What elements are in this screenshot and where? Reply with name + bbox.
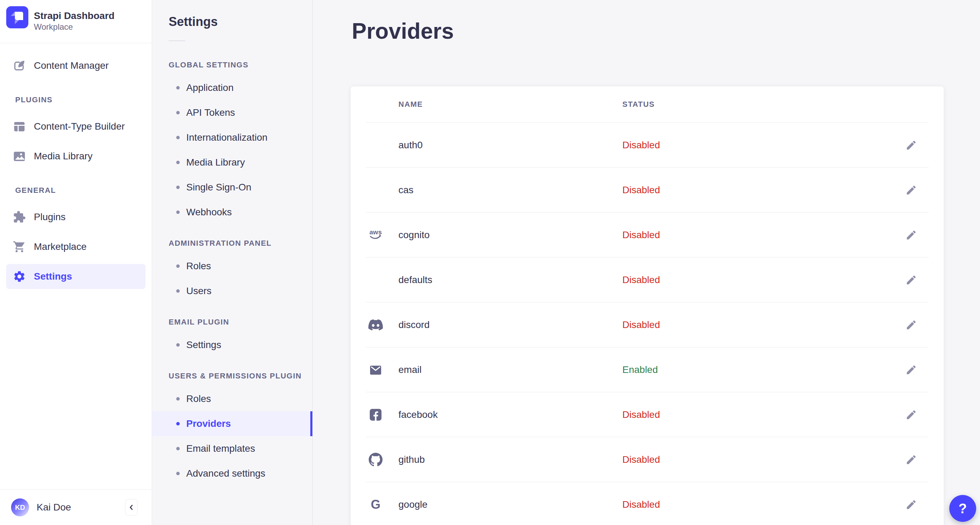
edit-provider-button[interactable] [901,180,921,200]
sidebar-item-content-manager[interactable]: Content Manager [6,53,145,78]
table-row-auth0: auth0 Disabled [366,123,929,167]
bullet-dot [176,472,180,475]
subnav-item-advanced-settings[interactable]: Advanced settings [152,461,312,486]
main-sidebar: Strapi Dashboard Workplace Content Manag… [0,0,152,525]
page-title: Providers [352,18,980,44]
github-icon [366,453,385,466]
discord-icon [366,319,385,331]
subnav-item-providers[interactable]: Providers [152,411,312,436]
subnav-item-label: Email templates [186,443,255,454]
subnav-item-email-settings[interactable]: Settings [152,332,312,357]
workspace-name: Workplace [34,22,115,32]
pencil-icon [905,139,917,151]
sidebar-item-media-library[interactable]: Media Library [6,144,145,169]
status-badge: Disabled [622,319,881,331]
table-header: NAME STATUS [366,86,929,123]
subnav-item-label: Users [186,285,212,296]
user-row: KD Kai Doe [0,489,152,525]
subnav-item-api-tokens[interactable]: API Tokens [152,100,312,125]
sidebar-item-label: Media Library [34,151,92,162]
sidebar-item-marketplace[interactable]: Marketplace [6,234,145,259]
pencil-icon [905,364,917,376]
app-root: Strapi Dashboard Workplace Content Manag… [0,0,980,525]
user-name: Kai Doe [37,502,71,513]
subnav-item-up-roles[interactable]: Roles [152,387,312,411]
subnav-item-label: Internationalization [186,132,267,143]
app-title: Strapi Dashboard [34,10,115,22]
pencil-icon [905,274,917,286]
provider-name: github [398,454,609,465]
subnav-item-media-library[interactable]: Media Library [152,150,312,175]
subnav-item-internationalization[interactable]: Internationalization [152,125,312,150]
sidebar-item-label: Marketplace [34,241,87,252]
bullet-dot [176,422,180,425]
subnav-item-label: Settings [186,339,221,350]
sidebar-item-label: Content Manager [34,60,108,71]
edit-provider-button[interactable] [901,494,921,515]
table-row-defaults: defaults Disabled [366,257,929,302]
table-row-email: email Enabled [366,347,929,392]
status-badge: Disabled [622,409,881,420]
edit-provider-button[interactable] [901,360,921,380]
subnav-section-global-settings: GLOBAL SETTINGS [169,60,312,70]
subnav-item-admin-roles[interactable]: Roles [152,254,312,278]
content-manager-icon [13,59,26,73]
table-row-discord: discord Disabled [366,302,929,347]
status-badge: Disabled [622,499,881,510]
bullet-dot [176,186,180,189]
bullet-dot [176,111,180,115]
provider-name: cognito [398,229,609,240]
table-row-facebook: facebook Disabled [366,392,929,437]
main-nav: Content Manager PLUGINS Content-Type Bui… [0,43,152,289]
subnav-item-single-sign-on[interactable]: Single Sign-On [152,175,312,200]
strapi-logo-icon [6,6,28,28]
subnav-item-label: Application [186,82,234,93]
subnav-item-label: API Tokens [186,107,235,118]
subnav-item-label: Advanced settings [186,468,266,479]
bullet-dot [176,289,180,293]
table-row-cas: cas Disabled [366,167,929,212]
workspace-switcher[interactable]: Strapi Dashboard Workplace [0,0,152,43]
cart-icon [13,240,26,254]
bullet-dot [176,397,180,401]
subnav-title-divider [169,40,185,41]
provider-name: cas [398,185,609,196]
sidebar-item-content-type-builder[interactable]: Content-Type Builder [6,114,145,139]
subnav-item-label: Media Library [186,157,245,168]
sidebar-item-plugins[interactable]: Plugins [6,205,145,229]
bullet-dot [176,264,180,268]
main-content: Providers NAME STATUS auth0 Disabled c [313,0,980,525]
help-button[interactable]: ? [949,495,976,522]
envelope-icon [366,363,385,377]
bullet-dot [176,447,180,450]
facebook-icon [366,408,385,422]
avatar[interactable]: KD [11,498,29,516]
edit-provider-button[interactable] [901,315,921,335]
column-header-name: NAME [398,100,609,109]
subnav-item-email-templates[interactable]: Email templates [152,436,312,461]
brand-text: Strapi Dashboard Workplace [34,6,115,32]
provider-name: google [398,499,609,510]
bullet-dot [176,136,180,139]
collapse-sidebar-button[interactable] [125,499,138,515]
subnav-item-admin-users[interactable]: Users [152,278,312,304]
subnav-item-label: Providers [186,418,231,429]
subnav-item-webhooks[interactable]: Webhooks [152,200,312,225]
subnav-section-users-permissions-plugin: USERS & PERMISSIONS PLUGIN [169,372,312,380]
table-row-cognito: aws cognito Disabled [366,212,929,257]
providers-table-card: NAME STATUS auth0 Disabled cas Disabled [351,86,944,525]
column-header-status: STATUS [622,100,881,109]
content-type-builder-icon [13,119,26,134]
sidebar-item-label: Plugins [34,212,66,223]
sidebar-item-settings[interactable]: Settings [6,264,145,289]
subnav-item-application[interactable]: Application [152,75,312,100]
edit-provider-button[interactable] [901,270,921,290]
provider-name: facebook [398,409,609,420]
status-badge: Disabled [622,454,881,465]
edit-provider-button[interactable] [901,225,921,245]
subnav-title: Settings [169,14,312,29]
edit-provider-button[interactable] [901,404,921,425]
bullet-dot [176,343,180,347]
edit-provider-button[interactable] [901,135,921,156]
edit-provider-button[interactable] [901,449,921,470]
